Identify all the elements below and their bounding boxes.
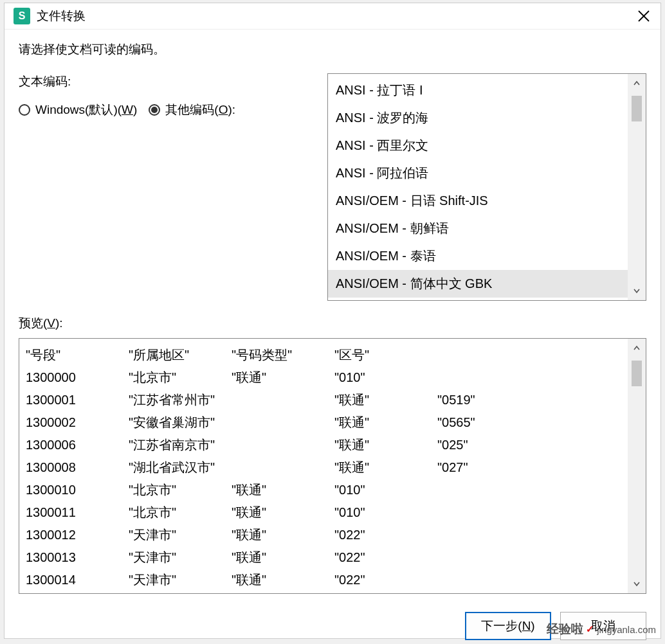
scroll-down-icon[interactable]	[628, 282, 646, 300]
scroll-thumb[interactable]	[632, 361, 642, 386]
radio-icon	[19, 104, 30, 116]
radio-icon	[149, 104, 160, 116]
next-button[interactable]: 下一步(N)	[465, 612, 551, 640]
encoding-radio-group: Windows(默认)(W) 其他编码(O):	[19, 102, 321, 118]
titlebar: S 文件转换	[5, 3, 660, 30]
encoding-label: 文本编码:	[19, 73, 321, 90]
scroll-down-icon[interactable]	[628, 575, 646, 593]
scroll-up-icon[interactable]	[628, 339, 646, 357]
scrollbar[interactable]	[628, 339, 646, 593]
preview-row: 1300013"天津市""联通""022"	[26, 546, 621, 569]
radio-windows-default[interactable]: Windows(默认)(W)	[19, 102, 137, 118]
preview-row: 1300012"天津市""联通""022"	[26, 524, 621, 546]
preview-box: "号段""所属地区""号码类型""区号"1300000"北京市""联通""010…	[19, 338, 646, 594]
encoding-option[interactable]: ANSI/OEM - 简体中文 GBK	[328, 270, 628, 298]
preview-row: 1300001"江苏省常州市""联通""0519"	[26, 389, 621, 411]
watermark: 经验啦 ✓ jingyanla.com	[547, 621, 656, 638]
preview-row: 1300014"天津市""联通""022"	[26, 569, 621, 591]
encoding-listbox[interactable]: ANSI - 拉丁语 IANSI - 波罗的海ANSI - 西里尔文ANSI -…	[327, 73, 646, 301]
scroll-thumb[interactable]	[632, 96, 642, 121]
scrollbar[interactable]	[628, 74, 646, 300]
preview-row: 1300002"安徽省巢湖市""联通""0565"	[26, 411, 621, 434]
radio-other-encoding[interactable]: 其他编码(O):	[149, 102, 235, 118]
encoding-option[interactable]: ANSI - 西里尔文	[328, 132, 628, 159]
close-icon[interactable]	[631, 3, 657, 29]
app-icon: S	[14, 8, 30, 24]
dialog-title: 文件转换	[37, 8, 631, 24]
radio-label: 其他编码(O):	[165, 102, 235, 118]
preview-label: 预览(V):	[19, 315, 646, 332]
encoding-option[interactable]: ANSI/OEM - 泰语	[328, 242, 628, 270]
preview-row: 1300010"北京市""联通""010"	[26, 479, 621, 501]
preview-row: 1300000"北京市""联通""010"	[26, 366, 621, 389]
encoding-option[interactable]: ANSI - 波罗的海	[328, 104, 628, 132]
preview-row: 1300011"北京市""联通""010"	[26, 501, 621, 524]
file-conversion-dialog: S 文件转换 请选择使文档可读的编码。 文本编码: Windows(默认)(W)…	[4, 3, 661, 639]
dialog-content: 请选择使文档可读的编码。 文本编码: Windows(默认)(W) 其他编码(O…	[5, 30, 660, 603]
encoding-option[interactable]: ANSI/OEM - 日语 Shift-JIS	[328, 187, 628, 215]
encoding-option[interactable]: ANSI - 阿拉伯语	[328, 159, 628, 187]
check-icon: ✓	[586, 623, 594, 635]
preview-row: 1300006"江苏省南京市""联通""025"	[26, 434, 621, 456]
radio-label: Windows(默认)(W)	[35, 102, 137, 118]
encoding-option[interactable]: ANSI/OEM - 朝鲜语	[328, 215, 628, 242]
scroll-up-icon[interactable]	[628, 74, 646, 92]
preview-row: 1300008"湖北省武汉市""联通""027"	[26, 456, 621, 479]
prompt-text: 请选择使文档可读的编码。	[19, 41, 646, 58]
preview-row: "号段""所属地区""号码类型""区号"	[26, 344, 621, 366]
encoding-option[interactable]: ANSI - 拉丁语 I	[328, 76, 628, 104]
